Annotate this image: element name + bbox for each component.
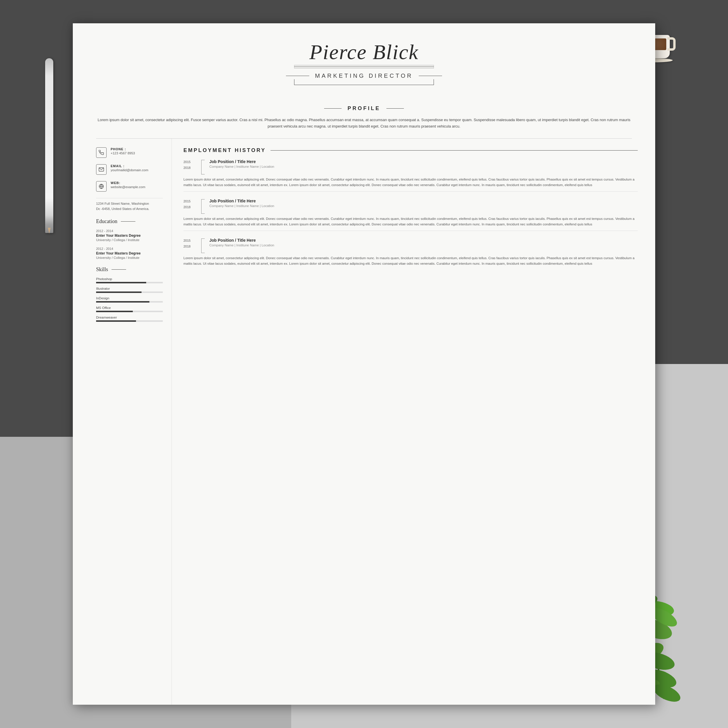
profile-text: Lorem ipsum dolor sit amet, consectetur … (96, 117, 632, 130)
title-line-left (286, 76, 309, 76)
right-column: EMPLOYMENT HISTORY 2015 2018 Job Positio… (172, 139, 655, 705)
job-company-1: Company Name | Institune Name | Location (210, 165, 274, 168)
education-section-title: Education (96, 219, 163, 225)
job-year-start-1: 2015 (184, 160, 190, 164)
title-line: MARKETING DIRECTOR (96, 72, 632, 79)
resume-paper: Pierce Blick MARKETING DIRECTOR PROFILE (73, 23, 655, 705)
skill-photoshop-bar (96, 282, 163, 283)
job-divider-2 (184, 231, 638, 231)
job-entry-1: 2015 2018 Job Position / Title Here Comp… (184, 159, 638, 192)
job-title: MARKETING DIRECTOR (315, 72, 413, 79)
phone-icon (96, 147, 107, 158)
profile-section: PROFILE Lorem ipsum dolor sit amet, cons… (73, 97, 655, 138)
job-title-1: Job Position / Title Here (210, 159, 274, 164)
job-bracket-1 (201, 160, 205, 174)
skill-dreamweaver-name: Dreamweaver (96, 316, 163, 319)
skill-photoshop-name: Photoshop (96, 277, 163, 281)
profile-title-dash-left (324, 108, 341, 109)
pencil-decoration (45, 58, 53, 233)
left-column: PHONE : +123 4567 8953 EMAIL : yourl (73, 139, 172, 705)
edu-item-1: 2012 - 2014 Enter Your Masters Degree Un… (96, 229, 163, 242)
edu-degree-1: Enter Your Masters Degree (96, 234, 163, 238)
job-info-1: Job Position / Title Here Company Name |… (210, 159, 274, 168)
job-year-end-1: 2018 (184, 166, 190, 170)
education-title-text: Education (96, 219, 117, 225)
phone-value: +123 4567 8953 (111, 151, 135, 155)
address-text: 1234 Full Street Name, WashingtonDc -645… (96, 198, 163, 211)
job-bracket-2 (201, 199, 205, 214)
web-value: website@example.com (111, 185, 145, 189)
email-contact-item: EMAIL : yourlmailid@domain.com (96, 164, 163, 175)
job-entry-2: 2015 2018 Job Position / Title Here Comp… (184, 199, 638, 231)
scene: Pierce Blick MARKETING DIRECTOR PROFILE (0, 0, 728, 728)
employment-section-title: EMPLOYMENT HISTORY (184, 147, 638, 153)
title-line-right (419, 76, 442, 76)
phone-details: PHONE : +123 4567 8953 (111, 147, 135, 155)
edu-degree-2: Enter Your Masters Degree (96, 251, 163, 255)
job-company-3: Company Name | Institune Name | Location (210, 243, 274, 247)
email-label: EMAIL : (111, 164, 148, 168)
resume-header: Pierce Blick MARKETING DIRECTOR (73, 23, 655, 97)
skill-indesign-bar (96, 301, 163, 303)
job-company-2: Company Name | Institune Name | Location (210, 204, 274, 208)
skill-dreamweaver-fill (96, 320, 136, 322)
phone-label: PHONE : (111, 147, 135, 151)
skills-title-text: Skills (96, 266, 108, 272)
job-bracket-3 (201, 239, 205, 253)
edu-year-1: 2012 - 2014 (96, 229, 163, 232)
web-icon (96, 181, 107, 192)
job-info-2: Job Position / Title Here Company Name |… (210, 199, 274, 208)
skill-msoffice-bar (96, 311, 163, 312)
job-header-3: 2015 2018 Job Position / Title Here Comp… (184, 238, 638, 253)
job-info-3: Job Position / Title Here Company Name |… (210, 238, 274, 247)
skill-msoffice-name: MS Office (96, 306, 163, 309)
job-years-3: 2015 2018 (184, 238, 197, 249)
job-entry-3: 2015 2018 Job Position / Title Here Comp… (184, 238, 638, 266)
edu-school-1: University / Collega / Institute (96, 238, 163, 242)
skill-indesign-name: InDesign (96, 297, 163, 300)
skill-dreamweaver-bar (96, 320, 163, 322)
skill-photoshop: Photoshop (96, 277, 163, 283)
job-years-1: 2015 2018 (184, 159, 197, 171)
education-title-line (121, 221, 135, 222)
job-title-2: Job Position / Title Here (210, 199, 274, 203)
job-header-2: 2015 2018 Job Position / Title Here Comp… (184, 199, 638, 214)
job-year-end-2: 2018 (184, 205, 190, 209)
job-year-start-3: 2015 (184, 239, 190, 242)
skill-indesign-fill (96, 301, 149, 303)
profile-title-dash-right (387, 108, 404, 109)
skills-title-line (112, 269, 126, 270)
name-underline (96, 64, 632, 70)
job-divider-1 (184, 191, 638, 192)
skill-illustrator: Illustrator (96, 287, 163, 293)
job-desc-2: Lorem ipsum dolor sit amet, consectetur … (184, 216, 638, 227)
web-contact-item: WEB: website@example.com (96, 181, 163, 192)
web-details: WEB: website@example.com (111, 181, 145, 189)
job-desc-3: Lorem ipsum dolor sit amet, consectetur … (184, 255, 638, 266)
skill-illustrator-bar (96, 292, 163, 293)
skill-msoffice-fill (96, 311, 133, 312)
employment-title-text: EMPLOYMENT HISTORY (184, 147, 266, 153)
email-details: EMAIL : yourlmailid@domain.com (111, 164, 148, 172)
employment-title-line (271, 150, 638, 151)
email-icon (96, 164, 107, 175)
web-label: WEB: (111, 181, 145, 185)
two-column-layout: PHONE : +123 4567 8953 EMAIL : yourl (73, 139, 655, 705)
candidate-name: Pierce Blick (96, 41, 632, 64)
profile-title-text: PROFILE (347, 106, 380, 112)
job-years-2: 2015 2018 (184, 199, 197, 210)
edu-year-2: 2012 - 2014 (96, 247, 163, 251)
edu-school-2: University / Collega / Institute (96, 256, 163, 260)
header-decorative-box (294, 79, 434, 85)
skill-indesign: InDesign (96, 297, 163, 303)
skill-photoshop-fill (96, 282, 146, 283)
skill-illustrator-fill (96, 292, 142, 293)
phone-contact-item: PHONE : +123 4567 8953 (96, 147, 163, 158)
edu-item-2: 2012 - 2014 Enter Your Masters Degree Un… (96, 247, 163, 260)
job-title-3: Job Position / Title Here (210, 238, 274, 243)
skill-illustrator-name: Illustrator (96, 287, 163, 290)
skill-msoffice: MS Office (96, 306, 163, 312)
job-header-1: 2015 2018 Job Position / Title Here Comp… (184, 159, 638, 174)
job-year-start-2: 2015 (184, 199, 190, 203)
email-value: yourlmailid@domain.com (111, 168, 148, 172)
